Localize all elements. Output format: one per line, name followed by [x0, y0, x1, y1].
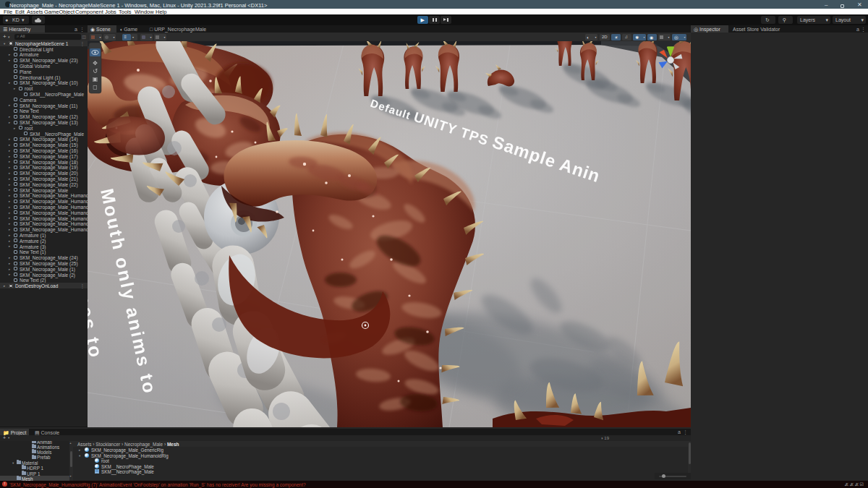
svg-text:▣: ▣ — [93, 76, 98, 82]
svg-text:↺: ↺ — [93, 68, 98, 74]
svg-text:✥: ✥ — [93, 60, 98, 67]
svg-text:◻: ◻ — [93, 84, 98, 90]
